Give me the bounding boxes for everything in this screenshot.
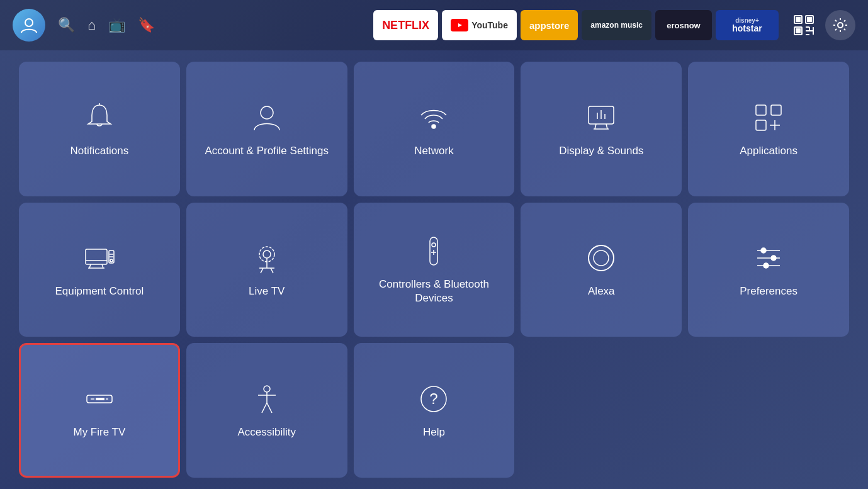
- avatar[interactable]: [13, 9, 45, 42]
- search-icon[interactable]: 🔍: [58, 17, 75, 33]
- svg-line-64: [267, 403, 272, 413]
- svg-line-43: [271, 268, 273, 273]
- svg-rect-24: [756, 105, 766, 115]
- settings-icon[interactable]: [825, 10, 855, 40]
- computer-icon: [82, 240, 117, 276]
- controllers-label: Controllers & Bluetooth Devices: [364, 278, 505, 305]
- grid-item-network[interactable]: Network: [354, 62, 515, 196]
- svg-point-60: [264, 386, 270, 392]
- help-label: Help: [423, 425, 445, 439]
- grid-item-preferences[interactable]: Preferences: [688, 203, 849, 337]
- svg-rect-5: [808, 18, 811, 21]
- display-label: Display & Sounds: [559, 144, 643, 158]
- myfiretv-label: My Fire TV: [73, 425, 125, 439]
- svg-rect-3: [796, 18, 800, 21]
- antenna-icon: [249, 240, 285, 276]
- equipment-label: Equipment Control: [55, 284, 144, 298]
- accessibility-label: Accessibility: [237, 425, 296, 439]
- topbar-right: [791, 10, 855, 40]
- svg-point-13: [838, 23, 843, 28]
- firetv-icon: [82, 381, 117, 417]
- notifications-label: Notifications: [70, 144, 129, 158]
- preferences-label: Preferences: [740, 284, 798, 298]
- svg-rect-58: [96, 398, 104, 400]
- grid-item-accessibility[interactable]: Accessibility: [186, 343, 347, 478]
- accessibility-icon: [249, 381, 285, 417]
- svg-rect-25: [771, 105, 781, 115]
- grid-item-display[interactable]: Display & Sounds: [521, 62, 682, 196]
- monitor-icon: [583, 100, 619, 135]
- wifi-icon: [416, 100, 451, 135]
- svg-point-54: [771, 256, 776, 261]
- app-youtube[interactable]: YouTube: [442, 10, 517, 40]
- grid-item-alexa[interactable]: Alexa: [521, 203, 682, 337]
- svg-marker-1: [458, 23, 462, 27]
- person-icon: [249, 100, 285, 135]
- topbar: 🔍 ⌂ 📺 🔖 NETFLIX YouTube appstore amazon …: [0, 0, 868, 50]
- svg-point-48: [589, 245, 614, 271]
- bell-icon: [82, 100, 117, 135]
- grid-item-controllers[interactable]: Controllers & Bluetooth Devices: [354, 203, 515, 337]
- topbar-left: 🔍 ⌂ 📺 🔖: [13, 9, 155, 42]
- svg-line-31: [89, 264, 91, 268]
- app-amazon-music[interactable]: amazon music: [582, 10, 651, 40]
- svg-line-18: [595, 124, 596, 129]
- svg-line-32: [102, 264, 103, 268]
- grid-item-notifications[interactable]: Notifications: [19, 62, 180, 196]
- remote-icon: [416, 233, 451, 269]
- svg-point-53: [761, 248, 766, 253]
- svg-text:?: ?: [430, 390, 438, 407]
- settings-grid: Notifications Account & Profile Settings…: [0, 50, 868, 489]
- grid-item-myfiretv[interactable]: My Fire TV: [19, 343, 180, 478]
- apps-icon: [751, 100, 786, 135]
- account-label: Account & Profile Settings: [205, 144, 329, 158]
- app-hotstar[interactable]: disney+ hotstar: [716, 10, 779, 40]
- topbar-apps: NETFLIX YouTube appstore amazon music er…: [373, 10, 779, 40]
- svg-line-63: [262, 403, 267, 413]
- svg-point-39: [263, 250, 271, 258]
- svg-rect-7: [796, 29, 800, 33]
- grid-item-livetv[interactable]: Live TV: [186, 203, 347, 337]
- qr-icon[interactable]: [791, 13, 816, 38]
- grid-item-equipment[interactable]: Equipment Control: [19, 203, 180, 337]
- help-icon: ?: [416, 381, 451, 417]
- svg-point-49: [594, 250, 609, 266]
- svg-line-42: [261, 268, 263, 273]
- svg-line-19: [606, 124, 607, 129]
- sliders-icon: [751, 240, 786, 276]
- app-netflix[interactable]: NETFLIX: [373, 10, 438, 40]
- watchlist-icon[interactable]: 🔖: [138, 17, 155, 33]
- svg-point-55: [764, 263, 769, 268]
- grid-item-applications[interactable]: Applications: [688, 62, 849, 196]
- grid-item-help[interactable]: ? Help: [354, 343, 515, 478]
- svg-point-37: [110, 259, 113, 262]
- svg-rect-29: [86, 249, 107, 264]
- svg-point-0: [25, 19, 33, 26]
- tv-icon[interactable]: 📺: [108, 17, 125, 33]
- app-appstore[interactable]: appstore: [521, 10, 578, 40]
- applications-label: Applications: [740, 144, 798, 158]
- grid-item-account[interactable]: Account & Profile Settings: [186, 62, 347, 196]
- alexa-label: Alexa: [588, 284, 615, 298]
- network-label: Network: [414, 144, 453, 158]
- home-icon[interactable]: ⌂: [87, 17, 96, 33]
- svg-point-16: [432, 125, 436, 128]
- svg-point-45: [432, 243, 436, 247]
- svg-rect-26: [756, 120, 766, 130]
- svg-point-15: [261, 106, 273, 119]
- app-erosnow[interactable]: erosnow: [655, 10, 712, 40]
- alexa-icon: [583, 240, 619, 276]
- livetv-label: Live TV: [249, 284, 285, 298]
